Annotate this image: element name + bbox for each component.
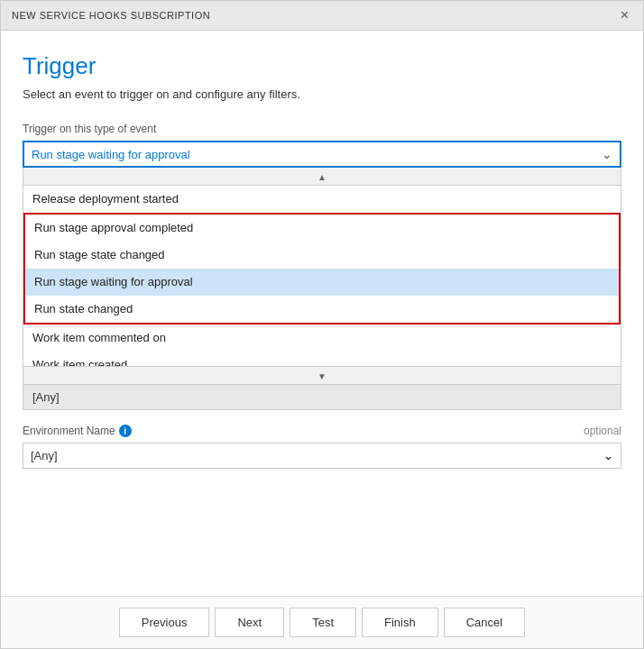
dialog-title: NEW SERVICE HOOKS SUBSCRIPTION bbox=[12, 10, 210, 21]
trigger-selected-text: Run stage waiting for approval bbox=[32, 148, 190, 161]
list-item[interactable]: Release deployment started bbox=[23, 186, 621, 213]
env-dropdown-arrow-icon: ⌄ bbox=[603, 449, 613, 462]
previous-button[interactable]: Previous bbox=[119, 608, 210, 637]
any-filter-row: [Any] bbox=[23, 384, 621, 409]
finish-button[interactable]: Finish bbox=[362, 608, 438, 637]
page-subtitle: Select an event to trigger on and config… bbox=[23, 87, 621, 101]
optional-text: optional bbox=[584, 425, 621, 437]
list-item[interactable]: Work item created bbox=[23, 352, 621, 366]
test-button[interactable]: Test bbox=[290, 608, 356, 637]
list-item[interactable]: Run stage state changed bbox=[25, 242, 619, 269]
dropdown-arrow-icon: ⌄ bbox=[602, 147, 612, 161]
list-item[interactable]: Work item commented on bbox=[23, 324, 621, 352]
info-icon: i bbox=[119, 425, 132, 437]
close-button[interactable]: × bbox=[617, 8, 632, 23]
trigger-field: Trigger on this type of event Run stage … bbox=[23, 123, 621, 410]
dialog-footer: Previous Next Test Finish Cancel bbox=[1, 596, 643, 648]
trigger-dropdown-selected[interactable]: Run stage waiting for approval ⌄ bbox=[23, 141, 621, 168]
list-item[interactable]: Run state changed bbox=[25, 296, 619, 323]
trigger-field-label: Trigger on this type of event bbox=[23, 123, 621, 135]
scroll-down-indicator[interactable]: ▼ bbox=[23, 366, 621, 384]
next-button[interactable]: Next bbox=[215, 608, 284, 637]
environment-dropdown[interactable]: [Any] ⌄ bbox=[23, 443, 621, 469]
env-dropdown-value: [Any] bbox=[31, 449, 58, 462]
cancel-button[interactable]: Cancel bbox=[444, 608, 525, 637]
env-label-row: Environment Name i optional bbox=[23, 425, 621, 437]
dialog-content: Trigger Select an event to trigger on an… bbox=[1, 31, 643, 596]
list-item[interactable]: Run stage approval completed bbox=[25, 215, 619, 242]
list-item-selected[interactable]: Run stage waiting for approval bbox=[25, 269, 619, 296]
dialog: NEW SERVICE HOOKS SUBSCRIPTION × Trigger… bbox=[0, 0, 644, 649]
env-label: Environment Name i bbox=[23, 425, 132, 437]
dialog-titlebar: NEW SERVICE HOOKS SUBSCRIPTION × bbox=[1, 1, 643, 31]
dropdown-list-wrapper: ▲ Release deployment started Run stage a… bbox=[23, 168, 621, 410]
dropdown-list: Release deployment started Run stage app… bbox=[23, 186, 621, 366]
scroll-up-indicator[interactable]: ▲ bbox=[23, 168, 621, 186]
red-outline-group: Run stage approval completed Run stage s… bbox=[23, 213, 621, 324]
environment-section: Environment Name i optional [Any] ⌄ bbox=[23, 425, 621, 469]
page-heading: Trigger bbox=[23, 52, 621, 80]
